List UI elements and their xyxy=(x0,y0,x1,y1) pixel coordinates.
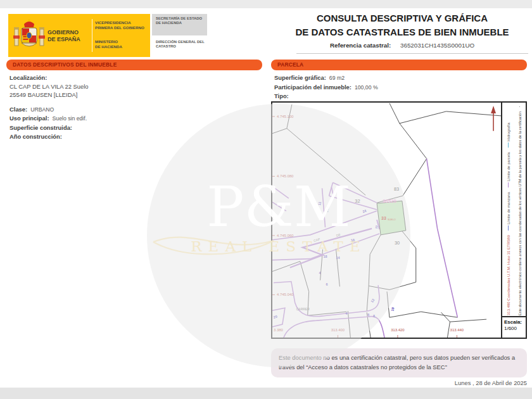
cadastral-reference-value: 3652031CH1435S0001UO xyxy=(400,42,474,49)
cadastral-map: 4.745.100 4.745.080 4.745.060 4.745.040 … xyxy=(271,101,527,339)
cadastral-reference-label: Referencia catastral: xyxy=(330,42,391,49)
address-line-2: 25549 BAUSEN [LLEIDA] xyxy=(10,91,262,99)
subject-manzana-id: 36520 xyxy=(383,198,397,204)
y-label: 4.745.040 xyxy=(277,293,294,296)
map-svg: 4.745.100 4.745.080 4.745.060 4.745.040 … xyxy=(272,103,501,338)
scale-label: Escala: xyxy=(504,319,522,325)
line-swatch-cyan-icon xyxy=(508,142,509,148)
map-plot-area: 4.745.100 4.745.080 4.745.060 4.745.040 … xyxy=(272,103,501,338)
x-label: 313.420 xyxy=(391,328,405,332)
north-arrow-icon xyxy=(491,106,496,131)
line-swatch-blue-icon xyxy=(508,225,509,231)
house-number-labels: 11 24 22 16 14 18 4 6 12 19 4 6 8 20 xyxy=(273,201,395,319)
clase-value: URBANO xyxy=(30,106,54,113)
tipo-label: Tipo: xyxy=(274,92,289,99)
logo-divider xyxy=(92,19,92,52)
street-name-labels: CAP DE VILA CARRER xyxy=(296,205,341,311)
svg-text:8: 8 xyxy=(373,314,375,318)
y-label: 4.745.100 xyxy=(277,115,294,118)
line-swatch-gray-icon xyxy=(519,106,520,107)
map-legend-strip: 313.480 Coordenadas U.T.M. Huso 31 ETRS8… xyxy=(501,103,526,338)
top-gray-band xyxy=(0,0,532,8)
coordinate-ticks xyxy=(272,117,457,338)
svg-text:6: 6 xyxy=(367,313,369,317)
document-date: Lunes , 28 de Abril de 2025 xyxy=(271,379,527,386)
direccion-general-catastro-label: DIRECCIÓN GENERAL DEL CATASTRO xyxy=(156,40,210,49)
svg-text:20: 20 xyxy=(273,314,277,319)
svg-text:6: 6 xyxy=(326,282,328,286)
scale-value: 1/600 xyxy=(504,326,517,331)
disclaimer-box: Este documento no es una certificación c… xyxy=(271,348,527,377)
legend-item-parcela: Límite de parcela xyxy=(507,152,510,187)
subject-parcel-use: SUELO xyxy=(388,218,396,221)
svg-text:24: 24 xyxy=(362,208,367,213)
legend-row-outer: Este documento electrónico contiene anex… xyxy=(514,106,525,315)
x-label: 313.400 xyxy=(331,328,345,332)
parcel-panel-header: PARCELA xyxy=(271,60,527,70)
street-name: CAP xyxy=(314,238,321,243)
legend-item-construcciones: Límite de construcciones xyxy=(518,106,522,107)
legend-item-manzana: Límite de manzana xyxy=(507,192,510,231)
x-label: 3.380 xyxy=(274,328,284,332)
map-legend-rotated-text: 313.480 Coordenadas U.T.M. Huso 31 ETRS8… xyxy=(503,106,525,315)
svg-text:11: 11 xyxy=(317,201,322,206)
localizacion-label: Localización: xyxy=(10,74,47,81)
map-scale: Escala: 1/600 xyxy=(502,316,526,338)
spain-coat-of-arms-icon xyxy=(13,18,46,53)
parcel-number: 32 xyxy=(355,198,360,204)
uso-principal-label: Uso principal: xyxy=(10,115,49,122)
descriptive-data-panel-header: DATOS DESCRIPTIVOS DEL INMUEBLE xyxy=(6,60,262,70)
participacion-value: 100,00 % xyxy=(355,84,378,91)
page-title: CONSULTA DESCRIPTIVA Y GRÁFICA DE DATOS … xyxy=(276,11,528,39)
y-label: 4.745.060 xyxy=(277,234,294,238)
uso-principal-value: Suelo sin edif. xyxy=(53,115,87,122)
svg-text:16: 16 xyxy=(351,238,355,242)
subject-parcel-number: 33 xyxy=(381,216,386,220)
vicepresidencia-label: VICEPRESIDENCIA PRIMERA DEL GOBIERNO xyxy=(95,20,149,30)
svg-text:18: 18 xyxy=(324,255,327,258)
line-swatch-purple-icon xyxy=(508,182,509,187)
parcel-panel: Superficie gráfica:69 m2 Participación d… xyxy=(274,73,526,101)
street-name: CARRER xyxy=(296,308,310,311)
secretaria-estado-label: SECRETARÍA DE ESTADO DE HACIENDA xyxy=(152,14,207,35)
electronic-document-note: Este documento electrónico contiene anex… xyxy=(518,111,522,315)
bottom-gray-band xyxy=(0,388,532,399)
ministerio-label: MINISTERIO DE HACIENDA xyxy=(95,39,149,49)
superficie-grafica-value: 69 m2 xyxy=(329,75,345,81)
ano-construccion-label: Año construcción: xyxy=(10,133,62,140)
superficie-construida-label: Superficie construida: xyxy=(10,124,72,131)
parcel-number: 83 xyxy=(394,186,399,192)
x-label: 313.440 xyxy=(450,328,464,332)
gobierno-de-espana-label: GOBIERNO DE ESPAÑA xyxy=(48,29,80,42)
government-logo-block: GOBIERNO DE ESPAÑA VICEPRESIDENCIA PRIME… xyxy=(8,14,150,57)
y-label: 4.745.080 xyxy=(277,174,294,178)
utm-coordinates-note: 313.480 Coordenadas U.T.M. Huso 31 ETRS8… xyxy=(507,235,510,315)
street-name: VILA xyxy=(326,205,329,213)
participacion-label: Participación del inmueble: xyxy=(274,84,352,91)
legend-row-inner: 313.480 Coordenadas U.T.M. Huso 31 ETRS8… xyxy=(503,106,514,315)
svg-text:19: 19 xyxy=(391,307,395,312)
legend-item-hidrografia: Hidrografía xyxy=(507,123,510,148)
cadastral-reference: Referencia catastral: 3652031CH1435S0001… xyxy=(276,42,528,49)
reference-underline xyxy=(296,53,528,54)
svg-text:14: 14 xyxy=(336,256,340,260)
superficie-grafica-label: Superficie gráfica: xyxy=(274,74,326,81)
address-line-1: CL CAP DE LA VILA 22 Suelo xyxy=(10,82,262,91)
x-coordinate-labels: 3.380 313.400 313.420 313.440 xyxy=(274,328,464,332)
descriptive-data-panel: Localización: CL CAP DE LA VILA 22 Suelo… xyxy=(10,73,262,142)
svg-text:12: 12 xyxy=(370,298,375,303)
y-coordinate-labels: 4.745.100 4.745.080 4.745.060 4.745.040 xyxy=(277,115,294,296)
clase-label: Clase: xyxy=(10,106,27,113)
parcel-number: 30 xyxy=(395,240,400,246)
